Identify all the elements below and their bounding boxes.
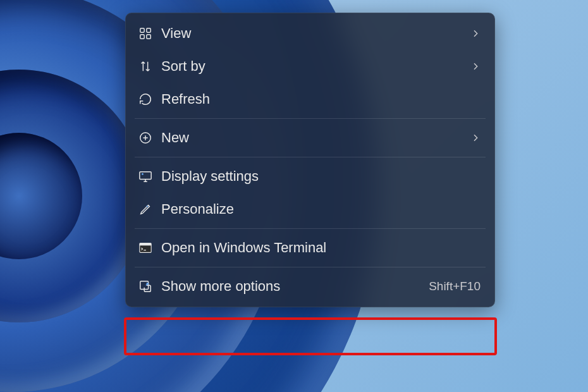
menu-item-label: Sort by <box>161 58 470 75</box>
view-icon <box>138 27 161 40</box>
refresh-icon <box>138 92 161 106</box>
menu-item-new[interactable]: New <box>126 121 494 154</box>
desktop-context-menu: View Sort by Refresh <box>125 13 495 307</box>
svg-rect-1 <box>147 28 150 32</box>
svg-rect-0 <box>140 28 144 32</box>
svg-rect-3 <box>147 35 150 39</box>
menu-item-display-settings[interactable]: Display settings <box>126 160 494 193</box>
menu-item-label: Show more options <box>161 278 429 295</box>
sort-icon <box>138 59 161 73</box>
show-more-icon <box>138 279 161 293</box>
svg-rect-8 <box>140 243 151 246</box>
menu-item-shortcut: Shift+F10 <box>429 279 481 293</box>
personalize-icon <box>138 202 161 216</box>
menu-separator <box>135 157 486 157</box>
menu-item-label: Refresh <box>161 91 481 107</box>
menu-item-label: View <box>161 25 470 42</box>
new-icon <box>138 131 161 145</box>
menu-separator <box>135 118 486 119</box>
svg-point-6 <box>142 173 144 175</box>
menu-item-label: Display settings <box>161 168 481 185</box>
chevron-right-icon <box>470 61 481 71</box>
svg-rect-5 <box>140 172 151 180</box>
menu-item-label: Open in Windows Terminal <box>161 240 481 256</box>
menu-item-view[interactable]: View <box>126 17 494 50</box>
display-settings-icon <box>138 169 161 183</box>
menu-item-open-terminal[interactable]: Open in Windows Terminal <box>126 231 494 264</box>
chevron-right-icon <box>470 133 481 143</box>
menu-item-show-more-options[interactable]: Show more options Shift+F10 <box>126 270 494 303</box>
menu-item-label: Personalize <box>161 201 481 217</box>
menu-item-personalize[interactable]: Personalize <box>126 193 494 226</box>
menu-item-sort-by[interactable]: Sort by <box>126 50 494 83</box>
chevron-right-icon <box>470 28 481 39</box>
menu-item-refresh[interactable]: Refresh <box>126 83 494 116</box>
menu-item-label: New <box>161 130 470 146</box>
menu-separator <box>135 228 486 229</box>
svg-rect-2 <box>140 35 144 39</box>
menu-separator <box>135 267 486 267</box>
terminal-icon <box>138 241 161 255</box>
